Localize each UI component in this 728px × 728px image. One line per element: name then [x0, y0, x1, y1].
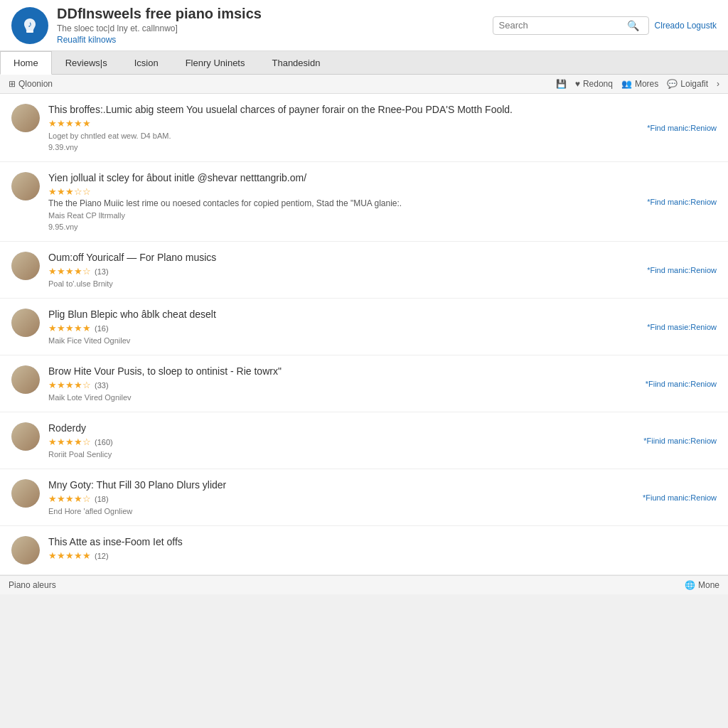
star-count: (13) — [95, 267, 109, 276]
header: ♪ DDfInsweels free piano imsics The sloe… — [0, 0, 728, 51]
review-action-link[interactable]: *Find masie:Reniow — [647, 323, 717, 331]
reviewer-avatar — [11, 422, 40, 451]
review-stars: ★★★★★ — [48, 118, 91, 129]
review-title[interactable]: Oum:off Youricalf — For Plano musics — [48, 252, 633, 263]
search-box[interactable]: 🔍 — [493, 16, 649, 35]
review-meta-1: Maik Lote Vired Ognilev — [48, 393, 631, 402]
review-body: Roderdy ★★★★☆ (160) Roriit Poal Senlicy — [48, 422, 629, 459]
app-name: DDfInsweels free piano imsics — [57, 6, 484, 22]
reviewer-avatar — [11, 252, 40, 280]
mores-btn[interactable]: 👥 Mores — [621, 79, 658, 89]
review-stars: ★★★★★ (16) — [48, 323, 109, 333]
star-count: (160) — [95, 438, 113, 446]
review-stars: ★★★★★ (12) — [48, 550, 109, 561]
review-stars: ★★★★☆ (13) — [48, 266, 109, 277]
review-action-link[interactable]: *Fiund manic:Reniow — [643, 493, 717, 502]
review-body: Plig Blun Blepic who âblk cheat deselt ★… — [48, 309, 633, 345]
toolbar-left: ⊞ Qloonion — [9, 79, 53, 89]
footer: Piano aleurs 🌐 Mone — [0, 575, 728, 594]
save-icon: 💾 — [556, 79, 567, 89]
header-right: 🔍 Clreado Logustk — [493, 16, 717, 35]
review-item: Plig Blun Blepic who âblk cheat deselt ★… — [0, 299, 728, 355]
app-logo: ♪ — [11, 7, 48, 44]
reviews-list: This broffes:.Lumic abig steem You usuel… — [0, 94, 728, 575]
review-item: Yien jollual it scley for âbout initle @… — [0, 162, 728, 242]
tab-icsion[interactable]: Icsion — [121, 51, 172, 74]
login-links[interactable]: Clreado Logustk — [655, 21, 717, 31]
review-meta-1: Mais Reat CP lltrmally — [48, 211, 633, 220]
review-item: Mny Goty: Thut Fill 30 Plano Dlurs ylide… — [0, 469, 728, 526]
tab-home[interactable]: Home — [0, 51, 52, 75]
chat-icon: 💬 — [667, 79, 678, 89]
review-stars: ★★★☆☆ — [48, 186, 91, 197]
review-meta-2: 9.39.vny — [48, 143, 633, 151]
grid-icon: ⊞ — [9, 79, 16, 89]
review-body: Yien jollual it scley for âbout initle @… — [48, 172, 633, 231]
content-area: This broffes:.Lumic abig steem You usuel… — [0, 94, 728, 575]
more-icon[interactable]: › — [717, 79, 719, 89]
review-title[interactable]: Roderdy — [48, 422, 629, 434]
loigafit-label: Loigafit — [680, 79, 708, 89]
review-meta-2: 9.95.vny — [48, 223, 633, 231]
review-item: This broffes:.Lumic abig steem You usuel… — [0, 94, 728, 162]
review-title[interactable]: Mny Goty: Thut Fill 30 Plano Dlurs ylide… — [48, 479, 628, 491]
review-stars: ★★★★☆ (160) — [48, 437, 113, 447]
review-action-link[interactable]: *Fiind manic:Reniow — [646, 380, 717, 388]
footer-right: 🌐 Mone — [685, 580, 719, 590]
loigafit-btn[interactable]: 💬 Loigafit — [667, 79, 708, 89]
review-meta-1: Poal to'.ulse Brnity — [48, 279, 633, 288]
toolbar-right: 💾 ♥ Redonq 👥 Mores 💬 Loigafit › — [556, 79, 719, 89]
review-stars: ★★★★☆ (18) — [48, 493, 109, 504]
app-info: DDfInsweels free piano imsics The sloec … — [57, 6, 484, 45]
star-count: (12) — [95, 552, 109, 560]
review-item: Roderdy ★★★★☆ (160) Roriit Poal Senlicy … — [0, 412, 728, 469]
tab-flenry[interactable]: Flenry Uninets — [172, 51, 259, 74]
heart-icon: ♥ — [575, 79, 580, 89]
review-item: Brow Hite Vour Pusis, to sloep to ontini… — [0, 355, 728, 412]
reviewer-avatar — [11, 309, 40, 337]
toolbar: ⊞ Qloonion 💾 ♥ Redonq 👥 Mores 💬 Loigafit… — [0, 75, 728, 94]
review-body: Brow Hite Vour Pusis, to sloep to ontini… — [48, 365, 631, 402]
review-meta-1: Maik Fice Vited Ognilev — [48, 336, 633, 345]
review-item: This Atte as inse-Foom Iet offs ★★★★★ (1… — [0, 526, 728, 575]
reviewer-avatar — [11, 536, 40, 564]
review-title[interactable]: Plig Blun Blepic who âblk cheat deselt — [48, 309, 633, 320]
svg-text:♪: ♪ — [28, 19, 32, 29]
star-count: (16) — [95, 324, 109, 333]
review-action-link[interactable]: *Find manic:Reniow — [647, 266, 717, 274]
reviewer-avatar — [11, 104, 40, 132]
review-description: The the Piano Muiic lest rime ou noesed … — [48, 198, 633, 208]
review-body: Oum:off Youricalf — For Plano musics ★★★… — [48, 252, 633, 288]
header-link[interactable]: Reualfit kilnows — [57, 35, 484, 45]
review-title[interactable]: This Atte as inse-Foom Iet offs — [48, 536, 717, 547]
review-title[interactable]: Brow Hite Vour Pusis, to sloep to ontini… — [48, 365, 631, 377]
review-body: Mny Goty: Thut Fill 30 Plano Dlurs ylide… — [48, 479, 628, 515]
nav-tabs: Home Reviews|s Icsion Flenry Uninets Tha… — [0, 51, 728, 75]
mores-label: Mores — [635, 79, 658, 89]
tab-reviews[interactable]: Reviews|s — [52, 51, 121, 74]
review-meta-1: Loget by chntled eat wew. D4 bAM. — [48, 132, 633, 140]
review-meta-1: Roriit Poal Senlicy — [48, 450, 629, 459]
review-action-link[interactable]: *Find manic:Reniow — [647, 124, 717, 132]
globe-icon: 🌐 — [685, 580, 695, 590]
footer-left: Piano aleurs — [9, 580, 56, 590]
star-count: (18) — [95, 495, 109, 503]
star-count: (33) — [95, 381, 109, 390]
reviewer-avatar — [11, 479, 40, 508]
review-title[interactable]: This broffes:.Lumic abig steem You usuel… — [48, 104, 633, 115]
review-title[interactable]: Yien jollual it scley for âbout initle @… — [48, 172, 633, 183]
toolbar-label: Qloonion — [18, 79, 53, 89]
review-body: This Atte as inse-Foom Iet offs ★★★★★ (1… — [48, 536, 717, 561]
tab-thandesidn[interactable]: Thandesidn — [258, 51, 333, 74]
svg-rect-0 — [26, 31, 33, 33]
review-stars: ★★★★☆ (33) — [48, 380, 109, 390]
people-icon: 👥 — [621, 79, 632, 89]
app-subtitle: The sloec toc|d lny et. callnnwо] — [57, 23, 484, 33]
footer-right-label[interactable]: Mone — [698, 580, 719, 590]
review-action-link[interactable]: *Find manic:Reniow — [647, 198, 717, 206]
search-icon: 🔍 — [627, 20, 639, 31]
search-input[interactable] — [499, 20, 627, 31]
redonq-label: Redonq — [583, 79, 613, 89]
review-action-link[interactable]: *Fiinid manic:Reniow — [643, 437, 717, 445]
redonq-btn[interactable]: ♥ Redonq — [575, 79, 613, 89]
